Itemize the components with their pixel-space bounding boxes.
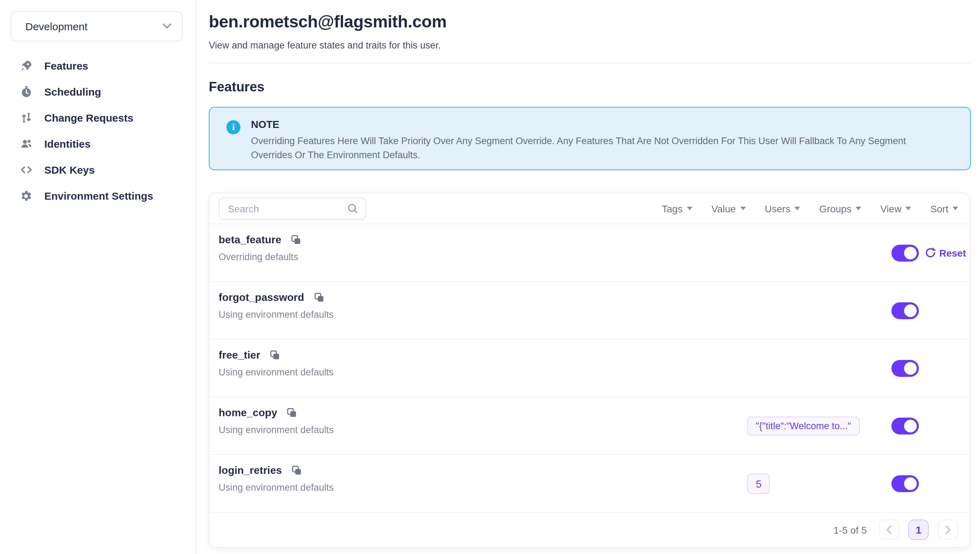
caret-down-icon xyxy=(906,207,912,210)
toggle-knob xyxy=(904,477,917,490)
feature-toggle[interactable] xyxy=(891,244,919,261)
sidebar-item-scheduling[interactable]: Scheduling xyxy=(0,79,196,105)
sidebar-item-sdk-keys[interactable]: SDK Keys xyxy=(0,157,196,183)
feature-name: home_copy xyxy=(219,406,277,418)
sidebar-item-label: SDK Keys xyxy=(44,164,95,176)
feature-name: beta_feature xyxy=(219,233,281,245)
sidebar-item-label: Environment Settings xyxy=(44,190,153,202)
chevron-down-icon xyxy=(162,23,172,30)
main-content: ben.rometsch@flagsmith.com View and mana… xyxy=(196,0,980,554)
sidebar-item-label: Features xyxy=(44,60,88,72)
feature-row-home-copy[interactable]: home_copy Using environment defaults "{"… xyxy=(210,397,969,455)
filter-label: Tags xyxy=(662,203,682,214)
environment-selector[interactable]: Development xyxy=(11,11,183,41)
next-page-button[interactable] xyxy=(938,519,958,540)
caret-down-icon xyxy=(953,207,958,210)
feature-value-chip[interactable]: "{"title":"Welcome to..." xyxy=(747,416,859,435)
filter-label: Users xyxy=(765,203,790,214)
feature-toggle[interactable] xyxy=(891,302,919,319)
copy-icon[interactable] xyxy=(269,349,280,360)
toggle-knob xyxy=(904,362,917,374)
feature-name: login_retries xyxy=(219,464,282,476)
copy-icon[interactable] xyxy=(286,407,298,418)
sidebar-item-environment-settings[interactable]: Environment Settings xyxy=(0,183,196,209)
features-toolbar: Tags Value Users Groups View Sort xyxy=(210,193,969,224)
feature-row-beta-feature[interactable]: beta_feature Overriding defaults Reset xyxy=(210,224,969,282)
caret-down-icon xyxy=(795,207,800,210)
rocket-icon xyxy=(20,59,32,72)
feature-status: Overriding defaults xyxy=(219,252,969,262)
filter-users[interactable]: Users xyxy=(765,203,800,214)
sidebar-item-identities[interactable]: Identities xyxy=(0,131,196,157)
filter-value[interactable]: Value xyxy=(711,203,746,214)
feature-info: free_tier Using environment defaults xyxy=(210,339,969,377)
stopwatch-icon xyxy=(20,85,32,98)
note-body: Overriding Features Here Will Take Prior… xyxy=(251,134,942,162)
search-icon xyxy=(347,202,358,215)
feature-row-free-tier[interactable]: free_tier Using environment defaults xyxy=(210,339,969,397)
note-title: NOTE xyxy=(251,119,942,130)
filter-label: Groups xyxy=(819,203,852,214)
flagsmith-user-page: Development Features Scheduling xyxy=(0,0,980,554)
caret-down-icon xyxy=(856,207,861,210)
sidebar-item-change-requests[interactable]: Change Requests xyxy=(0,105,196,131)
page-title: ben.rometsch@flagsmith.com xyxy=(209,12,971,32)
filter-groups[interactable]: Groups xyxy=(819,203,862,214)
note-banner: i NOTE Overriding Features Here Will Tak… xyxy=(209,107,971,170)
feature-info: forgot_password Using environment defaul… xyxy=(210,282,969,320)
pagination-summary: 1-5 of 5 xyxy=(834,524,867,535)
sidebar: Development Features Scheduling xyxy=(0,0,196,554)
filter-sort[interactable]: Sort xyxy=(931,203,958,214)
feature-row-login-retries[interactable]: login_retries Using environment defaults… xyxy=(210,455,969,513)
environment-selector-label: Development xyxy=(25,21,88,32)
reset-label: Reset xyxy=(939,247,966,258)
feature-name: free_tier xyxy=(219,349,260,361)
copy-icon[interactable] xyxy=(313,291,325,302)
feature-toggle[interactable] xyxy=(891,417,919,434)
search-input[interactable] xyxy=(228,203,347,214)
sidebar-nav: Features Scheduling Change Requests Iden… xyxy=(0,53,196,209)
search-box xyxy=(219,197,366,220)
refresh-icon xyxy=(925,247,936,258)
features-section-title: Features xyxy=(209,80,971,95)
page-subtitle: View and manage feature states and trait… xyxy=(209,40,971,51)
filter-label: Sort xyxy=(931,203,948,214)
toggle-knob xyxy=(904,304,917,317)
page-1-button[interactable]: 1 xyxy=(908,519,929,540)
toggle-knob xyxy=(904,247,917,259)
filter-label: Value xyxy=(711,203,736,214)
feature-row-forgot-password[interactable]: forgot_password Using environment defaul… xyxy=(210,282,969,339)
previous-page-button[interactable] xyxy=(879,519,899,540)
gear-icon xyxy=(20,189,32,202)
header-divider xyxy=(209,62,971,63)
caret-down-icon xyxy=(687,207,692,210)
feature-status: Using environment defaults xyxy=(219,482,969,493)
pagination: 1-5 of 5 1 xyxy=(210,513,969,547)
filter-bar: Tags Value Users Groups View Sort xyxy=(662,203,958,214)
toggle-knob xyxy=(904,419,917,432)
filter-tags[interactable]: Tags xyxy=(662,203,692,214)
features-panel: Tags Value Users Groups View Sort beta_f… xyxy=(209,193,970,548)
feature-info: login_retries Using environment defaults xyxy=(210,455,969,493)
people-icon xyxy=(20,137,32,150)
feature-info: beta_feature Overriding defaults xyxy=(210,224,969,262)
filter-label: View xyxy=(880,203,901,214)
filter-view[interactable]: View xyxy=(880,203,911,214)
feature-toggle[interactable] xyxy=(891,360,919,376)
feature-toggle[interactable] xyxy=(891,475,919,492)
copy-icon[interactable] xyxy=(291,464,302,476)
feature-name: forgot_password xyxy=(219,291,304,303)
sidebar-item-label: Identities xyxy=(44,138,91,150)
info-icon: i xyxy=(226,120,240,134)
feature-status: Using environment defaults xyxy=(219,367,969,377)
feature-value-chip[interactable]: 5 xyxy=(747,473,770,494)
caret-down-icon xyxy=(740,207,746,210)
reset-button[interactable]: Reset xyxy=(925,247,966,258)
code-icon xyxy=(20,164,32,176)
change-requests-icon xyxy=(20,111,32,124)
feature-status: Using environment defaults xyxy=(219,309,969,320)
sidebar-item-label: Scheduling xyxy=(44,86,101,98)
sidebar-item-label: Change Requests xyxy=(44,112,133,124)
copy-icon[interactable] xyxy=(290,234,302,245)
sidebar-item-features[interactable]: Features xyxy=(0,53,196,79)
